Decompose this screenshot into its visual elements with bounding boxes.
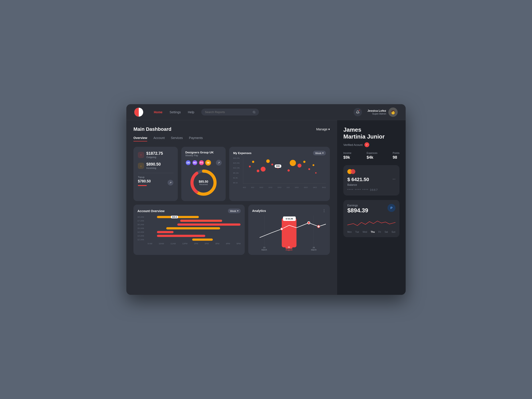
user-text: Jessica Lofez Super Admin	[367, 109, 386, 115]
analytics-chart-area: $ 53,96 23 March 21 August	[252, 215, 326, 251]
tab-services[interactable]: Services	[171, 136, 183, 141]
avatar-dr: DR	[185, 160, 191, 165]
nav-help[interactable]: Help	[188, 110, 194, 114]
expenses-title: My Expenses	[233, 151, 251, 155]
donut-center: $85.50 Received	[199, 180, 208, 185]
tab-payments[interactable]: Payments	[189, 136, 203, 141]
days-row: Mon Tue Wed Thu Fri Sat Sun	[347, 231, 395, 233]
dot	[249, 165, 251, 167]
account-overview-card: Account Overview Week ▾ 18 JAN	[133, 205, 245, 255]
cards-row: ↑ $1872.75 Outgoing ↓ $890.50 Incoming	[133, 147, 330, 201]
x-label: 16/12	[304, 187, 308, 188]
app-container: Home Settings Help Jessica Lofez Super	[126, 104, 406, 295]
dot	[315, 172, 317, 174]
dot	[303, 161, 305, 163]
gantt-row: 18 JAN	[137, 216, 241, 218]
income-value: $9k	[343, 155, 351, 160]
outgoing-icon: ↑	[138, 152, 144, 158]
expenses-value: $4k	[367, 155, 377, 160]
outgoing-label: Outgoing	[146, 156, 163, 158]
balance-label: Balance	[347, 183, 395, 186]
day-mon: Mon	[347, 231, 352, 233]
day-tue: Tue	[355, 231, 359, 233]
dot	[313, 164, 314, 166]
earnings-header: Earnings $894.39 P	[347, 204, 395, 216]
nav-settings[interactable]: Settings	[170, 110, 181, 114]
gantt-row: 13 JAN	[137, 235, 241, 237]
x-label: 14/12	[295, 187, 299, 188]
balance-more-button[interactable]: ···	[393, 177, 395, 181]
search-bar	[201, 109, 259, 115]
top-nav: Home Settings Help Jessica Lofez Super	[126, 104, 406, 120]
date-21-august: 21 August	[285, 246, 292, 251]
gantt-row: 14 JAN	[137, 231, 241, 233]
verified-row: Verified Acount ✓	[343, 142, 399, 147]
x-label: 11/12	[268, 187, 272, 188]
gantt-chart: 18 JAN 17 JAN $30.5	[137, 216, 241, 241]
svg-point-0	[253, 111, 255, 113]
tab-overview[interactable]: Overview	[133, 136, 147, 141]
verified-label: Verified Acount	[343, 143, 363, 146]
nav-right: Jessica Lofez Super Admin 🧑	[354, 108, 398, 117]
x-label: 1/12	[287, 187, 290, 188]
expenses-stat: Expences $4k	[367, 152, 377, 160]
avatar: 🧑	[388, 108, 398, 117]
dot	[298, 164, 301, 168]
stats-card: ↑ $1872.75 Outgoing ↓ $890.50 Incoming	[133, 147, 178, 201]
nav-home[interactable]: Home	[154, 110, 163, 114]
svg-rect-8	[282, 218, 297, 247]
gantt-bar	[192, 239, 213, 241]
ao-title: Account Overview	[137, 209, 165, 213]
y-label-4: $5-10k	[233, 172, 240, 174]
analytics-title: Analytics	[252, 209, 266, 213]
tab-account[interactable]: Account	[153, 136, 165, 141]
svg-line-1	[254, 113, 255, 113]
notifications-button[interactable]	[354, 108, 362, 116]
earnings-label: Earnings	[347, 204, 368, 207]
dot	[252, 161, 254, 163]
income-stat: Income $9k	[343, 152, 351, 160]
y-axis: $20-25k $15-20k $10-15k $5-10k $1-5k $0-…	[233, 157, 240, 184]
scatter-tooltip: 31K	[275, 165, 281, 168]
gantt-bar	[157, 235, 205, 237]
dot	[257, 170, 259, 172]
points-stat: Points 98	[393, 152, 399, 160]
dot	[261, 167, 266, 171]
scatter-chart: $20-25k $15-20k $10-15k $5-10k $1-5k $0-…	[233, 157, 326, 188]
y-label-1: $20-25k	[233, 157, 240, 159]
expenses-header: My Expenses Week ▾	[233, 151, 326, 155]
gantt-bar	[157, 231, 174, 233]
more-options-button[interactable]: ⋮	[322, 209, 326, 213]
main-content: Main Dashboard Manage ▾ Overview Account…	[126, 120, 406, 295]
manage-button[interactable]: Manage ▾	[316, 127, 330, 131]
dot	[287, 169, 290, 171]
profile-name: JamesMartinia Junior	[343, 126, 399, 140]
ao-week-selector[interactable]: Week ▾	[228, 209, 241, 213]
avatar-md: MD	[192, 160, 198, 165]
day-fri: Fri	[378, 231, 381, 233]
incoming-value: $890.50	[146, 162, 161, 167]
user-info: Jessica Lofez Super Admin 🧑	[367, 108, 398, 117]
x-label: 18/12	[313, 187, 317, 188]
day-sun: Sun	[392, 231, 395, 233]
page-title: Main Dashboard	[133, 126, 171, 132]
expenses-label: Expences	[367, 152, 377, 154]
profile-stats-row: Income $9k Expences $4k Points 98	[343, 152, 399, 160]
incoming-stat: ↓ $890.50 Incoming	[138, 162, 173, 169]
search-input[interactable]	[205, 110, 251, 114]
earnings-sparkline	[347, 217, 395, 228]
designers-title: Designers Group UK	[185, 151, 222, 154]
week-selector[interactable]: Week ▾	[313, 151, 326, 155]
dot	[290, 160, 296, 166]
topup-arrow-button[interactable]: ↗	[168, 180, 173, 185]
day-thu: Thu	[371, 231, 375, 233]
designers-arrow-button[interactable]: ↗	[216, 160, 222, 165]
day-sat: Sat	[385, 231, 388, 233]
topup-row: $780.50 ↗	[138, 179, 173, 186]
left-panel: Main Dashboard Manage ▾ Overview Account…	[126, 120, 337, 295]
tabs: Overview Account Services Payments	[133, 136, 330, 141]
x-label: 12/12	[278, 187, 282, 188]
user-role: Super Admin	[367, 112, 386, 115]
svg-point-11	[317, 225, 320, 228]
right-panel: JamesMartinia Junior Verified Acount ✓ I…	[337, 120, 406, 295]
